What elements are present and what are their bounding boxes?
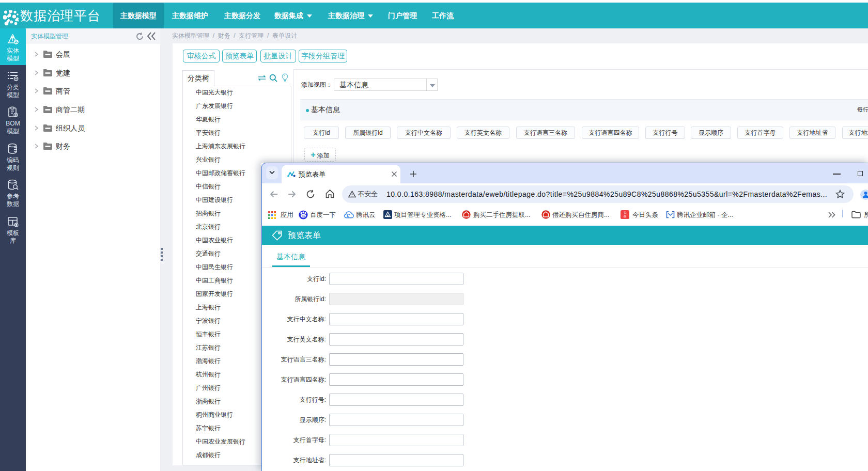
svg-text:头: 头: [624, 211, 627, 214]
svg-text:条: 条: [624, 215, 627, 218]
svg-text:du: du: [302, 214, 305, 217]
